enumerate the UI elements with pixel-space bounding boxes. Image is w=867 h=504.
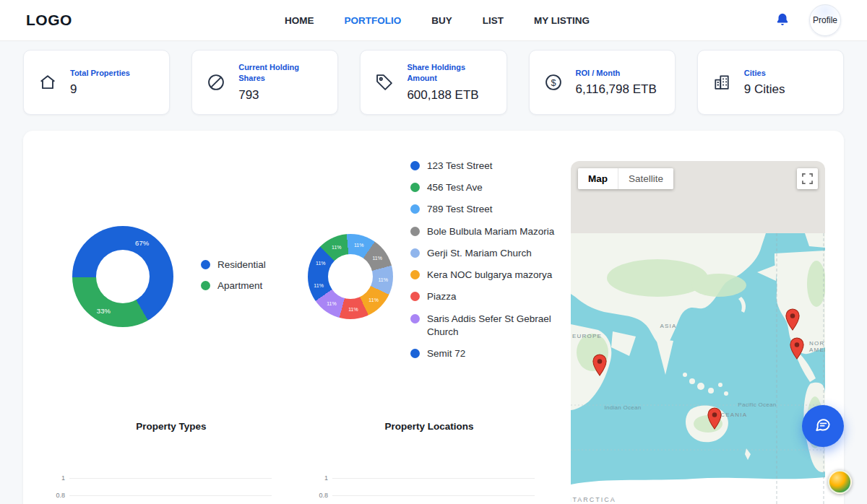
stat-title: Current Holding Shares [238,62,324,84]
gridline [69,478,272,479]
map-label-indian-ocean: Indian Ocean [601,404,644,411]
slice-percent-label: 11% [314,282,324,287]
legend-label: 123 Test Street [427,160,493,173]
legend-dot [410,314,420,323]
legend-item[interactable]: 456 Test Ave [410,181,558,194]
legend-dot [410,204,420,214]
fullscreen-icon[interactable] [797,168,818,189]
slice-percent-label: 67% [135,239,149,247]
stat-card-share-holdings-amount: Share Holdings Amount 600,188 ETB [360,50,506,115]
map-marker[interactable] [785,308,800,334]
stat-value: 9 Cities [744,82,785,97]
legend-dot [201,260,210,269]
legend-item[interactable]: 789 Test Street [410,203,558,216]
profile-label: Profile [813,15,837,25]
legend-item[interactable]: Semit 72 [410,347,558,360]
main-nav: HOME PORTFOLIO BUY LIST MY LISTING [256,15,590,26]
legend-label: Saris Addis Sefer St Gebrael Church [427,313,558,339]
map-label-north-america: NORTH AMERICA [809,340,825,353]
bell-icon[interactable] [773,11,792,30]
satellite-button[interactable]: Satellite [618,168,673,189]
map-label-antarctica: ANTARCTICA [571,496,616,503]
legend-item[interactable]: 123 Test Street [410,160,558,173]
partial-line-chart-1: 1 0.8 [49,474,272,504]
stat-title: Share Holdings Amount [407,62,493,84]
slice-percent-label: 11% [372,255,382,260]
chat-button[interactable] [802,405,844,447]
legend-dot [410,248,420,258]
navbar-right: Profile [773,4,841,36]
map-marker[interactable] [790,337,804,362]
legend-item[interactable]: Piazza [410,290,558,303]
y-tick: 0.8 [49,492,65,499]
legend-item[interactable]: Kera NOC bulgarya mazorya [410,269,558,282]
legend-dot [201,281,210,290]
stat-value: 600,188 ETB [407,87,493,103]
slice-percent-label: 11% [327,301,337,306]
stat-value: 9 [70,82,130,97]
legend-label: 789 Test Street [427,203,493,216]
map-type-controls: Map Satellite [578,168,673,189]
legend-label: Residential [217,259,266,270]
slice-percent-label: 11% [348,307,358,312]
property-locations-title: Property Locations [306,421,552,432]
property-locations-donut-chart: 11%11%11%11%11%11%11%11%11% [308,234,393,319]
legend-item-residential[interactable]: Residential [201,259,266,270]
legend-label: Semit 72 [427,347,465,360]
nav-item-portfolio[interactable]: PORTFOLIO [344,15,401,26]
nav-item-list[interactable]: LIST [483,15,504,26]
stat-card-total-properties: Total Properties 9 [23,50,170,115]
property-types-legend: Residential Apartment [201,259,266,291]
slice-percent-label: 11% [379,277,389,282]
map-marker[interactable] [592,354,607,379]
profile-button[interactable]: Profile [809,4,841,36]
stat-title: Total Properties [70,68,130,79]
legend-label: Piazza [427,290,457,303]
chat-bubble-icon [814,415,832,437]
nav-item-home[interactable]: HOME [285,15,314,26]
legend-label: Kera NOC bulgarya mazorya [427,269,552,282]
legend-dot [410,161,420,170]
map-marker[interactable] [707,407,722,433]
dashboard-card: 67%33% Residential Apartment Property Ty… [23,131,844,504]
map-label-pacific-ocean: Pacific Ocean [736,401,779,408]
stat-card-roi-month: $ ROI / Month 6,116,798 ETB [529,50,676,115]
gridline [332,478,535,479]
stat-title: ROI / Month [576,68,657,79]
stat-value: 6,116,798 ETB [576,82,657,97]
y-tick: 1 [49,474,65,482]
slice-percent-label: 11% [368,297,379,303]
world-map-graphic[interactable] [571,233,825,504]
google-map[interactable]: Map Satellite [571,161,825,504]
legend-dot [410,292,420,301]
slice-percent-label: 11% [316,260,326,265]
legend-item-apartment[interactable]: Apartment [201,280,266,291]
slice-percent-label: 33% [97,306,111,314]
stat-title: Cities [744,68,785,79]
partial-line-chart-2: 1 0.8 [312,474,535,504]
app-logo[interactable]: LOGO [26,12,72,29]
dollar-circle-icon: $ [543,72,564,92]
legend-label: Gerji St. Mariam Church [427,247,532,260]
svg-text:$: $ [551,77,556,88]
map-button[interactable]: Map [578,168,618,189]
y-tick: 1 [312,474,328,482]
legend-item[interactable]: Gerji St. Mariam Church [410,247,558,260]
legend-dot [410,227,420,236]
nav-item-my-listing[interactable]: MY LISTING [534,15,590,26]
island-widget-icon[interactable] [828,470,852,494]
map-label-asia: ASIA [647,323,690,329]
shares-icon [205,72,227,92]
building-icon [711,72,733,92]
legend-item[interactable]: Bole Bulbula Mariam Mazoria [410,225,558,238]
legend-label: 456 Test Ave [427,181,483,194]
legend-item[interactable]: Saris Addis Sefer St Gebrael Church [410,313,558,339]
legend-dot [410,270,420,279]
legend-dot [410,349,420,358]
slice-percent-label: 11% [332,244,342,249]
map-label-europe: EUROPE [572,333,608,339]
y-tick: 0.8 [312,492,328,499]
property-locations-legend: 123 Test Street 456 Test Ave 789 Test St… [410,160,558,360]
nav-item-buy[interactable]: BUY [431,15,452,26]
slice-percent-label: 11% [354,243,364,248]
